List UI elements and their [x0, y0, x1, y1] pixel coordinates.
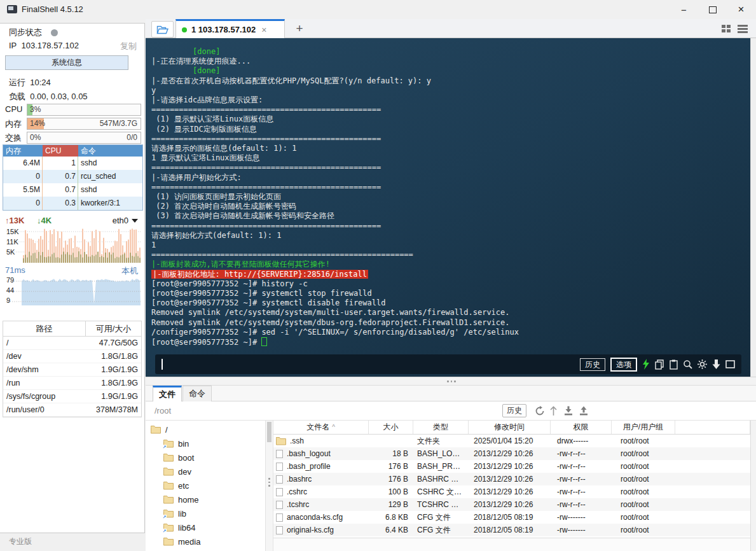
new-tab-button[interactable]: + — [292, 20, 307, 37]
terminal-options-button[interactable]: 选项 — [610, 358, 637, 372]
tree-item-label: boot — [178, 453, 194, 463]
file-mtime: 2013/12/29 10:26 — [469, 449, 551, 458]
terminal-history-button[interactable]: 历史 — [580, 358, 605, 371]
fullscreen-icon[interactable] — [725, 360, 735, 368]
parent-directory-icon[interactable] — [549, 406, 558, 419]
file-col-header[interactable]: 权限 — [551, 421, 612, 434]
file-name: original-ks.cfg — [287, 526, 334, 534]
disk-row[interactable]: /47.7G/50G — [3, 337, 141, 350]
tree-item-boot[interactable]: boot — [163, 451, 194, 464]
file-owner: root/root — [612, 462, 675, 471]
tree-item-lib[interactable]: ↗lib — [163, 507, 186, 520]
terminal[interactable]: [done]|-正在清理系统使用痕迹... [done]|-是否在首次开机自动按… — [146, 38, 750, 377]
terminal-line: |-面板封装成功,请不要再登陆面板做任何其它操作! — [151, 260, 519, 269]
sync-status-dot — [51, 29, 58, 36]
file-col-header[interactable]: 大小 — [369, 421, 413, 434]
maximize-button[interactable] — [698, 0, 727, 19]
file-row-anaconda-ks.cfg[interactable]: anaconda-ks.cfg6.8 KBCFG 文件2018/12/05 08… — [273, 511, 750, 524]
download-icon[interactable] — [563, 406, 574, 419]
hamburger-menu-icon[interactable] — [738, 25, 748, 33]
file-col-header[interactable]: 类型 — [413, 421, 469, 434]
title-bar: FinalShell 4.5.12 − × — [0, 0, 756, 19]
paste-icon[interactable] — [670, 359, 678, 370]
tree-item-home[interactable]: home — [163, 493, 199, 506]
file-owner: root/root — [612, 436, 675, 445]
minimize-button[interactable]: − — [670, 0, 698, 19]
folder-icon: ↗ — [163, 440, 174, 448]
ip-row: IP 103.178.57.102 复制 — [9, 41, 137, 50]
quick-command-icon[interactable] — [642, 359, 650, 370]
path-input[interactable]: /root — [155, 401, 171, 420]
layout-grid-icon[interactable] — [722, 25, 731, 33]
terminal-line: |-请选择idc品牌信息展示设置: — [151, 95, 519, 105]
tab-commands[interactable]: 命令 — [182, 386, 212, 401]
tree-item-dev[interactable]: dev — [163, 465, 191, 478]
disk-row[interactable]: /dev/shm1.9G/1.9G — [3, 363, 141, 377]
file-row-.bash_profile[interactable]: .bash_profile176 BBASH_PR…2013/12/29 10:… — [273, 460, 750, 473]
terminal-scrollbar[interactable] — [750, 38, 756, 377]
tree-scrollbar[interactable] — [265, 421, 273, 551]
disk-row[interactable]: /sys/fs/cgroup1.9G/1.9G — [3, 390, 141, 403]
file-row-.ssh[interactable]: .ssh文件夹2025/01/04 15:20drwx------root/ro… — [273, 435, 750, 447]
file-row-original-ks.cfg[interactable]: original-ks.cfg6.4 KBCFG 文件2018/12/05 08… — [273, 524, 750, 536]
tree-item-label: bin — [178, 439, 189, 449]
upload-icon[interactable] — [579, 406, 589, 419]
disk-col-header[interactable]: 路径 — [3, 321, 86, 336]
close-button[interactable]: × — [727, 0, 755, 19]
swap-stat-row: 交换 0% 0/0 — [0, 132, 144, 143]
tree-item-label: lib64 — [178, 523, 195, 533]
path-history-button[interactable]: 历史 — [502, 404, 526, 417]
process-col-header[interactable]: 命令 — [78, 145, 142, 157]
process-row[interactable]: 00.7rcu_sched — [3, 170, 142, 183]
scroll-down-icon[interactable] — [712, 359, 720, 369]
process-cpu: 0.7 — [43, 170, 78, 183]
file-type: BASH_PR… — [413, 462, 469, 471]
process-col-header[interactable]: 内存 — [3, 145, 43, 157]
file-table-hscroll[interactable] — [273, 538, 750, 551]
system-info-button[interactable]: 系统信息 — [5, 55, 128, 70]
refresh-icon[interactable] — [535, 406, 545, 419]
gear-icon[interactable] — [698, 359, 707, 369]
disk-row[interactable]: /run/user/0378M/378M — [3, 403, 141, 417]
tab-files[interactable]: 文件 — [153, 386, 182, 401]
tree-item-root[interactable]: / — [151, 423, 168, 436]
cpu-stat-row: CPU 3% — [0, 104, 144, 115]
interface-selector[interactable]: eth0 — [113, 216, 138, 225]
file-row-.bashrc[interactable]: .bashrc176 BBASHRC …2013/12/29 10:26-rw-… — [273, 473, 750, 485]
file-row-.bash_logout[interactable]: .bash_logout18 BBASH_LO…2013/12/29 10:26… — [273, 447, 750, 460]
search-icon[interactable] — [683, 359, 692, 369]
terminal-input-bar[interactable]: 历史 选项 — [155, 354, 741, 374]
tab-close-icon[interactable]: × — [261, 25, 266, 35]
terminal-line: ========================================… — [151, 183, 519, 192]
session-tab[interactable]: 1 103.178.57.102 × — [175, 19, 285, 38]
terminal-line: (1) 显示默认宝塔Linux面板信息 — [151, 115, 519, 124]
file-owner: root/root — [612, 449, 675, 458]
tree-item-etc[interactable]: etc — [163, 479, 189, 492]
path-bar: /root 历史 — [146, 401, 756, 421]
file-row-.tcshrc[interactable]: .tcshrc129 BTCSHRC …2013/12/29 10:26-rw-… — [273, 498, 750, 511]
horizontal-splitter[interactable] — [146, 377, 756, 386]
tree-item-media[interactable]: media — [163, 535, 200, 548]
process-row[interactable]: 5.5M0.7sshd — [3, 183, 142, 197]
tree-item-lib64[interactable]: ↗lib64 — [163, 521, 195, 534]
file-row-.cshrc[interactable]: .cshrc100 BCSHRC 文…2013/12/29 10:26-rw-r… — [273, 485, 750, 498]
copy-ip-button[interactable]: 复制 — [120, 41, 137, 52]
file-perm: -rw-r--r-- — [551, 500, 612, 509]
file-col-header[interactable]: 用户/用户组 — [612, 421, 675, 434]
disk-col-header[interactable]: 可用/大小 — [86, 321, 141, 336]
copy-icon[interactable] — [655, 359, 664, 370]
file-table-vscroll[interactable] — [750, 421, 756, 551]
folder-icon: ↗ — [163, 524, 174, 532]
tree-item-bin[interactable]: ↗bin — [163, 437, 189, 450]
disk-row[interactable]: /run1.8G/1.9G — [3, 377, 141, 390]
file-col-header[interactable]: 文件名^ — [273, 421, 369, 434]
process-row[interactable]: 00.3kworker/3:1 — [3, 197, 142, 210]
tree-scrollbar-thumb[interactable] — [267, 422, 271, 442]
file-col-header[interactable]: 修改时间 — [469, 421, 551, 434]
file-name-cell: .cshrc — [273, 487, 369, 496]
file-name: .ssh — [290, 436, 304, 445]
process-col-header[interactable]: CPU — [43, 145, 78, 157]
connection-manager-button[interactable] — [151, 21, 174, 38]
disk-row[interactable]: /dev1.8G/1.8G — [3, 350, 141, 363]
process-row[interactable]: 6.4M1sshd — [3, 157, 142, 170]
